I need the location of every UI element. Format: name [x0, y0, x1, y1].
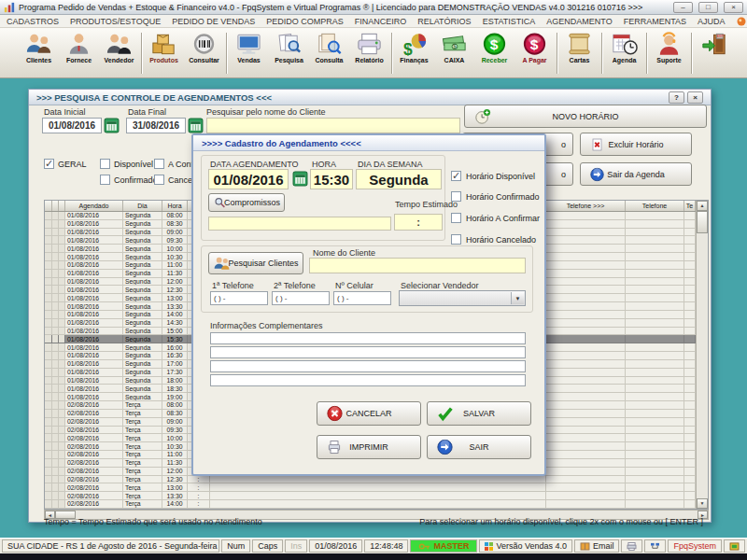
table-cell [59, 328, 65, 336]
table-row[interactable]: 02/08/2016Terça13:00: [45, 483, 696, 492]
toolbar-button-agenda[interactable]: Agenda [604, 30, 644, 77]
vendedor-dropdown[interactable]: ▼ [399, 290, 526, 306]
menu-item-relat-rios[interactable]: RELATÓRIOS [417, 17, 471, 26]
checkbox-icon[interactable] [154, 175, 164, 185]
toolbar-button-receber[interactable]: $Receber [474, 30, 514, 77]
column-header-hora[interactable]: Hora [162, 201, 188, 211]
scroll-down-arrow[interactable]: ▼ [697, 498, 708, 509]
menu-item-pedido-compras[interactable]: PEDIDO COMPRAS [266, 17, 344, 26]
pesquisar-clientes-button[interactable]: Pesquisar Clientes [208, 252, 303, 274]
scroll-up-arrow[interactable]: ▲ [697, 201, 708, 211]
novo-horario-button[interactable]: NOVO HORÁRIO [464, 105, 707, 128]
data-final-input[interactable]: 31/08/2016 [126, 118, 186, 133]
client-search-input[interactable] [206, 118, 460, 133]
hora-input[interactable]: 15:30 [310, 169, 353, 189]
excluir-horario-button[interactable]: Excluir Horário [580, 133, 692, 156]
info-line-3[interactable] [210, 360, 526, 372]
data-inicial-calendar-button[interactable] [104, 118, 120, 133]
filter-checkbox-dispon-vel[interactable]: Disponível [100, 159, 153, 169]
close-button[interactable]: × [724, 2, 743, 13]
agenda-window-titlebar[interactable]: >>> PESQUISA E CONTROLE DE AGENDAMENTOS … [29, 90, 711, 105]
compromissos-button[interactable]: Compromissos [208, 193, 285, 212]
menu-item-cadastros[interactable]: CADASTROS [7, 17, 59, 26]
checkbox-icon[interactable] [451, 171, 461, 181]
info-line-1[interactable] [210, 332, 526, 344]
salvar-button[interactable]: SALVAR [427, 401, 531, 426]
toolbar-button-finan-as[interactable]: $Finanças [394, 30, 434, 77]
menu-item-ajuda[interactable]: AJUDA [698, 17, 726, 26]
column-header[interactable] [52, 201, 59, 211]
cancelar-button[interactable]: CANCELAR [317, 401, 421, 426]
column-header-telefone[interactable]: Telefone [626, 201, 684, 211]
menu-item-produtos-estoque[interactable]: PRODUTOS/ESTOQUE [70, 17, 161, 26]
vertical-scrollbar[interactable]: ▲ ▼ [696, 201, 708, 509]
agenda-close-button[interactable]: × [687, 91, 703, 104]
menu-item-financeiro[interactable]: FINANCEIRO [355, 17, 407, 26]
dialog-checkbox-hor-rio-a-confirmar[interactable]: Horário A Confirmar [451, 213, 540, 223]
sair-agenda-button[interactable]: Sair da Agenda [580, 162, 692, 186]
data-agendamento-input[interactable]: 01/08/2016 [208, 169, 289, 189]
info-line-2[interactable] [210, 346, 526, 358]
column-header-te[interactable]: Te [684, 201, 696, 211]
column-header[interactable] [45, 201, 52, 211]
menu-item-agendamento[interactable]: AGENDAMENTO [546, 17, 612, 26]
menu-item-estatistica[interactable]: ESTATISTICA [483, 17, 536, 26]
toolbar-button-caixa[interactable]: $CAIXA [434, 30, 474, 77]
toolbar-button-consultar[interactable]: Consultar [184, 30, 224, 77]
toolbar-button-a-pagar[interactable]: $A Pagar [514, 30, 555, 77]
toolbar-button-consulta[interactable]: Consulta [309, 30, 349, 77]
table-cell [684, 302, 696, 311]
toolbar-button-clientes[interactable]: Clientes [19, 30, 59, 77]
checkbox-icon[interactable] [154, 159, 164, 169]
table-cell [626, 500, 684, 509]
minimize-button[interactable]: – [673, 2, 693, 13]
table-row[interactable]: 02/08/2016Terça14:00: [45, 500, 696, 509]
nome-cliente-input[interactable] [309, 258, 526, 273]
data-inicial-input[interactable]: 01/08/2016 [42, 118, 102, 133]
toolbar-button-vendas[interactable]: Vendas [229, 30, 269, 77]
table-row[interactable]: 02/08/2016Terça12:30: [45, 476, 696, 484]
dialog-checkbox-hor-rio-confirmado[interactable]: Horário Confirmado [451, 191, 540, 202]
tel1-input[interactable]: ( ) - [210, 291, 268, 305]
vertical-scroll-thumb[interactable] [697, 211, 708, 233]
restore-button[interactable]: □ [698, 2, 718, 13]
column-header-telefone-[interactable]: Telefone >>> [546, 201, 626, 211]
checkbox-icon[interactable] [100, 175, 110, 185]
toolbar-button-exit[interactable]: EXIT [694, 30, 734, 77]
sair-button[interactable]: SAIR [427, 435, 531, 459]
column-header[interactable] [59, 201, 65, 211]
table-row[interactable]: 02/08/2016Terça13:30: [45, 492, 696, 500]
data-final-calendar-button[interactable] [188, 118, 204, 133]
checkbox-icon[interactable] [451, 213, 461, 223]
toolbar-button-pesquisa[interactable]: Pesquisa [269, 30, 309, 77]
dialog-titlebar[interactable]: >>>> Cadastro do Agendamento <<<< [193, 135, 544, 151]
checkbox-icon[interactable] [44, 159, 54, 169]
column-header-agendado[interactable]: Agendado [65, 201, 123, 211]
info-line-4[interactable] [210, 374, 526, 386]
tempo-estimado-input[interactable]: : [394, 214, 443, 231]
toolbar-button-vendedor[interactable]: Vendedor [99, 30, 139, 77]
checkbox-icon[interactable] [451, 191, 461, 202]
checkbox-icon[interactable] [100, 159, 110, 169]
tel2-input[interactable]: ( ) - [272, 291, 330, 305]
checkbox-icon[interactable] [451, 234, 461, 245]
toolbar-button-relat-rio[interactable]: Relatório [349, 30, 389, 77]
imprimir-button[interactable]: IMPRIMIR [317, 435, 421, 459]
toolbar-button-suporte[interactable]: Suporte [649, 30, 689, 77]
agendamento-calendar-button[interactable] [292, 171, 308, 187]
menu-item-ferramentas[interactable]: FERRAMENTAS [624, 17, 686, 26]
dialog-checkbox-hor-rio-cancelado[interactable]: Horário Cancelado [451, 234, 536, 245]
help-button[interactable]: ? [669, 91, 684, 104]
menu-item-e-mail[interactable]: E-MAIL [737, 17, 747, 26]
filter-checkbox-confirmado[interactable]: Confirmado [100, 175, 158, 185]
toolbar-button-fornece[interactable]: Fornece [59, 30, 99, 77]
filter-checkbox-geral[interactable]: GERAL [44, 159, 87, 169]
toolbar-button-produtos[interactable]: Produtos [144, 30, 184, 77]
menu-item-pedido-de-vendas[interactable]: PEDIDO DE VENDAS [172, 17, 255, 26]
dialog-checkbox-hor-rio-dispon-vel[interactable]: Horário Disponível [451, 171, 535, 181]
column-header-dia[interactable]: Dia [123, 201, 162, 211]
dia-semana-input[interactable]: Segunda [356, 169, 442, 189]
compromisso-input[interactable] [208, 217, 391, 231]
celular-input[interactable]: ( ) - [333, 291, 391, 305]
toolbar-button-cartas[interactable]: Cartas [559, 30, 599, 77]
